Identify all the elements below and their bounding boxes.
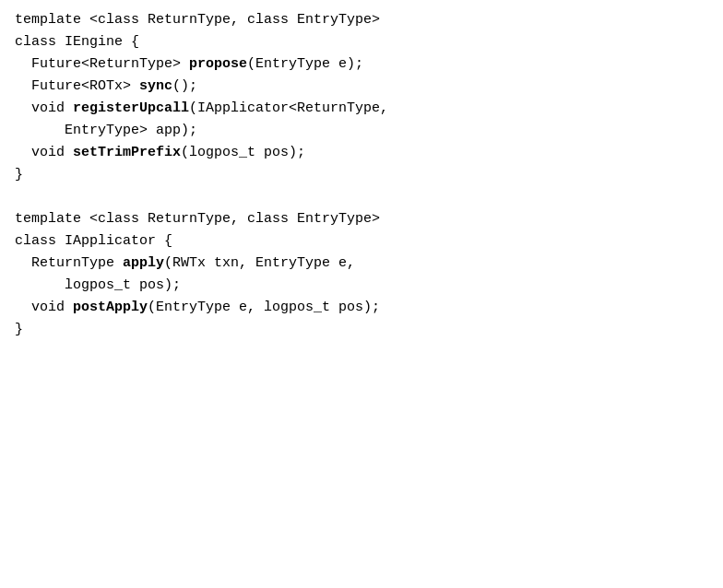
code-line: class IApplicator { [15,230,708,253]
code-keyword: registerUpcall [73,100,189,116]
code-container: template <class ReturnType, class EntryT… [15,9,708,341]
code-line: } [15,164,708,186]
code-keyword: postApply [73,300,148,315]
code-line: void registerUpcall(IApplicator<ReturnTy… [15,98,708,120]
code-keyword: setTrimPrefix [73,145,181,160]
code-keyword: apply [123,255,164,271]
code-line: EntryType> app); [15,120,708,142]
code-line: Future<ReturnType> propose(EntryType e); [15,53,708,76]
code-keyword: sync [139,78,172,94]
code-block-1: template <class ReturnType, class EntryT… [15,9,708,186]
code-block-2: template <class ReturnType, class EntryT… [15,208,708,341]
code-line: template <class ReturnType, class EntryT… [15,9,708,31]
code-line: } [15,319,708,341]
code-line: template <class ReturnType, class EntryT… [15,208,708,230]
code-line: ReturnType apply(RWTx txn, EntryType e, [15,253,708,275]
code-line: class IEngine { [15,31,708,53]
code-line: void postApply(EntryType e, logpos_t pos… [15,297,708,319]
code-line: void setTrimPrefix(logpos_t pos); [15,142,708,164]
code-keyword: propose [189,56,247,72]
code-line: logpos_t pos); [15,275,708,297]
code-line: Future<ROTx> sync(); [15,76,708,98]
